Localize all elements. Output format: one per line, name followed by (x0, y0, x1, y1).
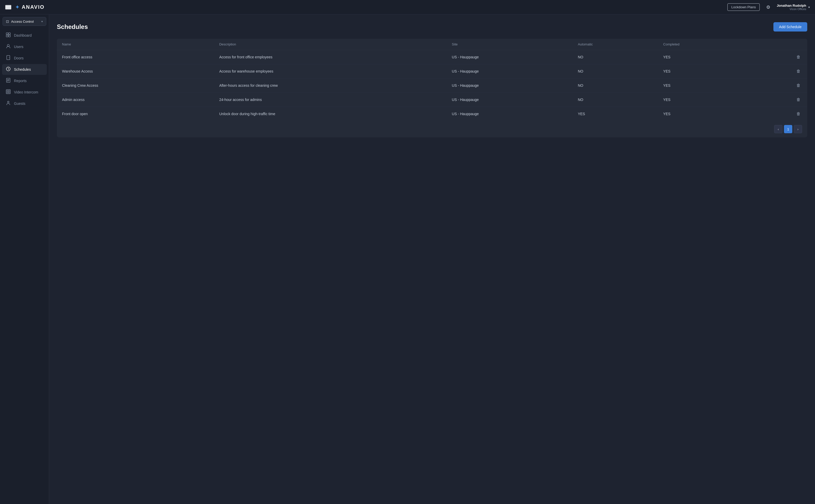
users-icon (6, 44, 11, 50)
cell-description: After-hours access for cleaning crew (214, 78, 446, 93)
user-menu[interactable]: Jonathan Rudolph Vicon Offices ▾ (777, 4, 810, 11)
table-row: Front door openUnlock door during high-t… (57, 107, 807, 121)
lockdown-button[interactable]: Lockdown Plans (727, 3, 760, 11)
cell-name: Admin access (57, 93, 214, 107)
trash-icon: 🗑 (796, 69, 801, 73)
main-content: Schedules Add Schedule Name Description … (49, 14, 815, 504)
col-automatic: Automatic (572, 39, 658, 50)
trash-icon: 🗑 (796, 55, 801, 59)
delete-row-1-button[interactable]: 🗑 (795, 68, 802, 75)
cell-description: Access for front office employees (214, 50, 446, 64)
settings-button[interactable]: ⚙ (764, 3, 773, 12)
video-intercom-icon (6, 89, 11, 95)
gear-icon: ⚙ (766, 4, 770, 10)
sidebar-item-label-reports: Reports (14, 79, 27, 83)
user-name-block: Jonathan Rudolph Vicon Offices (777, 4, 806, 11)
logo-text: ANAVIO (22, 4, 44, 10)
schedules-table: Name Description Site Automatic Complete… (57, 39, 807, 121)
user-name: Jonathan Rudolph (777, 4, 806, 7)
cell-actions: 🗑 (748, 78, 807, 93)
cell-completed: YES (658, 64, 748, 78)
prev-page-button[interactable]: ‹ (774, 125, 782, 133)
delete-row-2-button[interactable]: 🗑 (795, 82, 802, 89)
cell-automatic: NO (572, 93, 658, 107)
trash-icon: 🗑 (796, 97, 801, 102)
sidebar-item-label-video-intercom: Video Intercom (14, 90, 38, 94)
cell-name: Cleaning Crew Access (57, 78, 214, 93)
svg-point-4 (7, 44, 9, 46)
add-schedule-button[interactable]: Add Schedule (773, 22, 807, 31)
user-org: Vicon Offices (777, 7, 806, 11)
chevron-down-icon: ▾ (808, 5, 810, 9)
cell-actions: 🗑 (748, 50, 807, 64)
logo: ✦ ANAVIO (15, 4, 44, 11)
delete-row-4-button[interactable]: 🗑 (795, 111, 802, 117)
sidebar: ⊡ Access Control ▾ Dashboard (0, 14, 49, 504)
svg-rect-1 (9, 33, 10, 35)
svg-point-6 (9, 57, 9, 58)
cell-site: US - Hauppauge (447, 64, 573, 78)
doors-icon (6, 55, 11, 61)
reports-icon (6, 78, 11, 84)
sidebar-item-reports[interactable]: Reports (2, 75, 47, 86)
col-completed: Completed (658, 39, 748, 50)
cell-actions: 🗑 (748, 107, 807, 121)
delete-row-3-button[interactable]: 🗑 (795, 96, 802, 103)
svg-rect-0 (6, 33, 8, 35)
sidebar-item-label-schedules: Schedules (14, 67, 31, 72)
main-layout: ⊡ Access Control ▾ Dashboard (0, 14, 815, 504)
col-name: Name (57, 39, 214, 50)
svg-point-17 (7, 101, 9, 103)
sidebar-item-video-intercom[interactable]: Video Intercom (2, 87, 47, 98)
cell-site: US - Hauppauge (447, 50, 573, 64)
table-header: Name Description Site Automatic Complete… (57, 39, 807, 50)
page-header: Schedules Add Schedule (57, 22, 807, 31)
cell-site: US - Hauppauge (447, 78, 573, 93)
hamburger-button[interactable] (5, 5, 11, 10)
schedules-table-container: Name Description Site Automatic Complete… (57, 39, 807, 137)
delete-row-0-button[interactable]: 🗑 (795, 54, 802, 60)
svg-rect-5 (7, 56, 10, 60)
cell-actions: 🗑 (748, 64, 807, 78)
cell-name: Front office access (57, 50, 214, 64)
svg-rect-12 (6, 90, 10, 94)
col-site: Site (447, 39, 573, 50)
sidebar-selector[interactable]: ⊡ Access Control ▾ (3, 17, 46, 26)
svg-rect-13 (7, 90, 8, 91)
trash-icon: 🗑 (796, 112, 801, 116)
sidebar-item-schedules[interactable]: Schedules (2, 64, 47, 75)
cell-completed: YES (658, 93, 748, 107)
svg-rect-3 (9, 35, 10, 37)
sidebar-item-label-guests: Guests (14, 101, 25, 106)
trash-icon: 🗑 (796, 83, 801, 88)
sidebar-item-dashboard[interactable]: Dashboard (2, 30, 47, 41)
sidebar-item-users[interactable]: Users (2, 41, 47, 52)
sidebar-item-label-users: Users (14, 45, 23, 49)
page-1-button[interactable]: 1 (784, 125, 792, 133)
cell-description: 24-hour access for admins (214, 93, 446, 107)
table-row: Admin access24-hour access for adminsUS … (57, 93, 807, 107)
chevron-left-icon: ‹ (778, 127, 779, 131)
pagination: ‹ 1 › (57, 121, 807, 137)
table-row: Cleaning Crew AccessAfter-hours access f… (57, 78, 807, 93)
cell-site: US - Hauppauge (447, 93, 573, 107)
sidebar-nav: Dashboard Users Doors (0, 30, 49, 109)
table-body: Front office accessAccess for front offi… (57, 50, 807, 121)
page-title: Schedules (57, 23, 88, 30)
cell-name: Front door open (57, 107, 214, 121)
svg-rect-2 (6, 35, 8, 37)
svg-rect-14 (9, 90, 10, 91)
cell-completed: YES (658, 78, 748, 93)
sidebar-item-label-dashboard: Dashboard (14, 33, 32, 37)
dashboard-icon (6, 33, 11, 38)
next-page-button[interactable]: › (794, 125, 802, 133)
sidebar-item-guests[interactable]: Guests (2, 98, 47, 109)
cell-description: Unlock door during high-traffic time (214, 107, 446, 121)
sidebar-item-doors[interactable]: Doors (2, 53, 47, 64)
topnav-left: ✦ ANAVIO (5, 4, 44, 11)
cell-completed: YES (658, 107, 748, 121)
topnav-right: Lockdown Plans ⚙ Jonathan Rudolph Vicon … (727, 3, 810, 12)
schedules-icon (6, 67, 11, 72)
access-control-icon: ⊡ (6, 19, 9, 23)
table-row: Warehouse AccessAccess for warehouse emp… (57, 64, 807, 78)
